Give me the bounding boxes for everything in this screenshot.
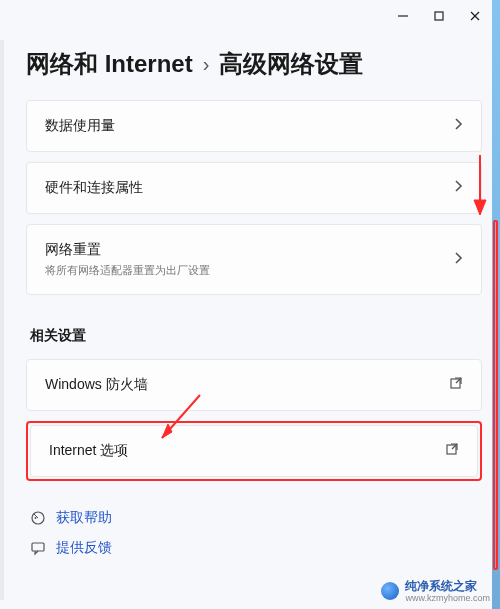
watermark-url: www.kzmyhome.com — [405, 593, 490, 603]
content-area: 网络和 Internet › 高级网络设置 数据使用量 硬件和连接属性 网络重置… — [0, 40, 500, 609]
item-title: 数据使用量 — [45, 117, 115, 135]
window-titlebar — [378, 0, 500, 32]
breadcrumb: 网络和 Internet › 高级网络设置 — [26, 48, 482, 80]
link-label: 提供反馈 — [56, 539, 112, 557]
breadcrumb-parent[interactable]: 网络和 Internet — [26, 48, 193, 80]
annotation-highlight: Internet 选项 — [26, 421, 482, 481]
item-title: Internet 选项 — [49, 442, 128, 460]
minimize-button[interactable] — [396, 9, 410, 23]
chevron-right-icon: › — [203, 53, 210, 76]
svg-rect-1 — [435, 12, 443, 20]
related-section-label: 相关设置 — [30, 327, 482, 345]
settings-window: 网络和 Internet › 高级网络设置 数据使用量 硬件和连接属性 网络重置… — [0, 0, 500, 609]
item-data-usage[interactable]: 数据使用量 — [26, 100, 482, 152]
item-title: 网络重置 — [45, 241, 210, 259]
breadcrumb-current: 高级网络设置 — [219, 48, 363, 80]
item-network-reset[interactable]: 网络重置 将所有网络适配器重置为出厂设置 — [26, 224, 482, 295]
item-subtitle: 将所有网络适配器重置为出厂设置 — [45, 263, 210, 278]
item-internet-options[interactable]: Internet 选项 — [30, 425, 478, 477]
open-external-icon — [449, 376, 463, 394]
watermark-text: 纯净系统之家 — [405, 579, 477, 593]
annotation-bar — [493, 220, 498, 570]
chevron-right-icon — [453, 179, 463, 197]
chevron-right-icon — [453, 251, 463, 269]
svg-rect-10 — [32, 543, 44, 551]
footer-links: 获取帮助 提供反馈 — [26, 503, 482, 563]
svg-point-9 — [35, 517, 37, 519]
item-title: 硬件和连接属性 — [45, 179, 143, 197]
open-external-icon — [445, 442, 459, 460]
close-button[interactable] — [468, 9, 482, 23]
link-label: 获取帮助 — [56, 509, 112, 527]
chevron-right-icon — [453, 117, 463, 135]
feedback-icon — [30, 540, 46, 556]
watermark: 纯净系统之家 www.kzmyhome.com — [381, 578, 490, 603]
give-feedback-link[interactable]: 提供反馈 — [26, 533, 482, 563]
item-hardware-properties[interactable]: 硬件和连接属性 — [26, 162, 482, 214]
maximize-button[interactable] — [432, 9, 446, 23]
item-windows-firewall[interactable]: Windows 防火墙 — [26, 359, 482, 411]
watermark-logo-icon — [381, 582, 399, 600]
get-help-link[interactable]: 获取帮助 — [26, 503, 482, 533]
item-title: Windows 防火墙 — [45, 376, 148, 394]
help-icon — [30, 510, 46, 526]
